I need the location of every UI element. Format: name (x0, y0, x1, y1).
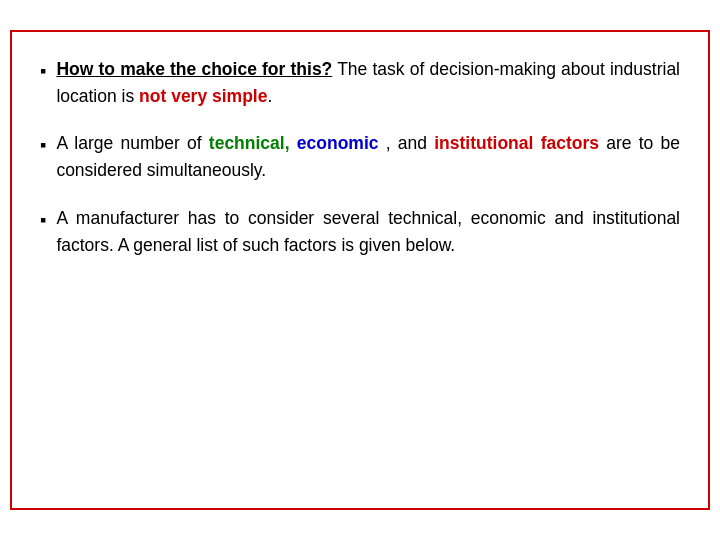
bullet-item-3: ▪ A manufacturer has to consider several… (40, 205, 680, 259)
text-manufacturer: A manufacturer has to consider several t… (56, 208, 680, 255)
heading-how-to-make: How to make the choice for this? (56, 59, 332, 79)
text-a-large-number: A large number of (56, 133, 208, 153)
bullet-square-1: ▪ (40, 58, 46, 86)
text-economic: economic (297, 133, 379, 153)
text-technical: technical, (209, 133, 290, 153)
text-institutional-factors: institutional factors (434, 133, 599, 153)
text-period-1: . (267, 86, 272, 106)
bullet-square-3: ▪ (40, 207, 46, 235)
bullet-text-3: A manufacturer has to consider several t… (56, 205, 680, 259)
bullet-item-2: ▪ A large number of technical, economic … (40, 130, 680, 184)
bullet-item-1: ▪ How to make the choice for this? The t… (40, 56, 680, 110)
bullet-text-2: A large number of technical, economic , … (56, 130, 680, 184)
bullet-list: ▪ How to make the choice for this? The t… (40, 56, 680, 259)
bullet-text-1: How to make the choice for this? The tas… (56, 56, 680, 110)
text-not-very-simple: not very simple (139, 86, 267, 106)
bullet-square-2: ▪ (40, 132, 46, 160)
slide-container: ▪ How to make the choice for this? The t… (10, 30, 710, 510)
text-and: , and (386, 133, 435, 153)
